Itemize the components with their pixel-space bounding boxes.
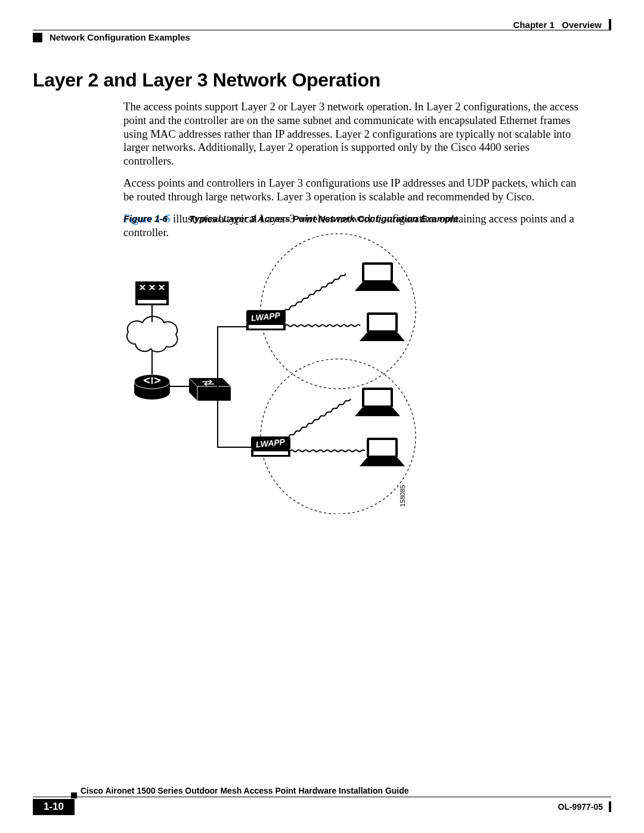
- svg-rect-2: [138, 300, 166, 304]
- header-square-icon: [33, 33, 42, 42]
- footer-doc-number: OL-9977-05: [558, 801, 611, 812]
- footer-bar-icon: [609, 801, 611, 812]
- switch-icon: [189, 378, 231, 401]
- laptop-icon: [355, 262, 400, 291]
- page-heading: Layer 2 and Layer 3 Network Operation: [33, 69, 380, 91]
- figure-image-id: 158085: [399, 485, 406, 507]
- header-bar-icon: [609, 19, 611, 30]
- svg-rect-12: [249, 325, 283, 329]
- figure-diagram: LWAPP LWAPP: [123, 228, 457, 514]
- wireless-link-icon: [280, 274, 351, 311]
- header-chapter: Chapter 1 Overview: [513, 19, 611, 30]
- laptop-icon: [360, 438, 405, 466]
- access-point-icon: LWAPP: [246, 310, 286, 330]
- paragraph-2: Access points and controllers in Layer 3…: [123, 176, 583, 204]
- laptop-icon: [355, 388, 400, 416]
- controller-icon: [135, 281, 169, 305]
- svg-rect-25: [369, 440, 395, 456]
- figure-caption: Figure 1-6Typical Layer 3 Access Point N…: [123, 213, 459, 224]
- header-section: Network Configuration Examples: [33, 32, 190, 42]
- svg-rect-20: [253, 451, 288, 455]
- paragraph-1: The access points support Layer 2 or Lay…: [123, 100, 583, 168]
- wireless-link-icon: [286, 325, 360, 327]
- laptop-icon: [360, 312, 405, 341]
- wireless-link-icon: [285, 399, 355, 436]
- footer-page-number: 1-10: [33, 799, 75, 815]
- wireless-link-icon: [290, 450, 365, 452]
- svg-rect-15: [364, 265, 391, 280]
- svg-rect-17: [369, 315, 395, 330]
- access-point-icon: LWAPP: [251, 436, 290, 457]
- router-icon: [134, 374, 170, 400]
- svg-rect-23: [364, 390, 391, 405]
- footer-guide-title: Cisco Aironet 1500 Series Outdoor Mesh A…: [80, 786, 409, 795]
- body-text: The access points support Layer 2 or Lay…: [123, 100, 583, 247]
- footer-square-icon: [71, 792, 77, 798]
